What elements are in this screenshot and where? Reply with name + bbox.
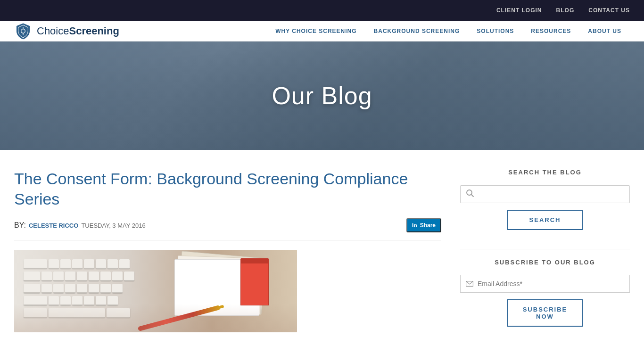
- logo-shield-icon: [14, 22, 32, 40]
- subscribe-heading: SUBSCRIBE TO OUR BLOG: [460, 259, 630, 266]
- key: [107, 296, 118, 305]
- nav-about[interactable]: ABOUT US: [579, 21, 630, 41]
- key: [124, 272, 134, 281]
- key: [24, 272, 40, 281]
- key: [100, 284, 111, 293]
- main-content: The Consent Form: Background Screening C…: [14, 169, 441, 346]
- pen-image: [138, 305, 221, 331]
- linkedin-icon: in: [412, 222, 417, 229]
- linkedin-share-button[interactable]: in Share: [406, 218, 441, 232]
- article-divider: [14, 240, 441, 240]
- key: [96, 296, 106, 305]
- search-box: [460, 185, 630, 203]
- key: [112, 272, 123, 281]
- key: [53, 284, 64, 293]
- key: [60, 259, 71, 269]
- article-date: TUESDAY, 3 MAY 2016: [81, 222, 145, 229]
- key: [84, 296, 94, 305]
- key: [53, 272, 64, 281]
- key: [107, 259, 118, 269]
- keyboard-row-1: [24, 259, 130, 269]
- nav-resources[interactable]: RESOURCES: [522, 21, 579, 41]
- key: [100, 272, 111, 281]
- email-icon: [466, 280, 473, 288]
- content-wrapper: The Consent Form: Background Screening C…: [0, 150, 644, 362]
- key: [77, 284, 87, 293]
- search-heading: SEARCH THE BLOG: [460, 169, 630, 176]
- key: [49, 259, 59, 269]
- key: [60, 296, 71, 305]
- key: [65, 272, 75, 281]
- subscribe-button[interactable]: SUBSCRIBE NOW: [507, 299, 583, 327]
- key: [41, 284, 52, 293]
- svg-line-4: [471, 195, 473, 197]
- hero-banner: Our Blog: [0, 41, 644, 150]
- email-input[interactable]: [460, 275, 630, 293]
- meta-left: BY: CELESTE RICCO TUESDAY, 3 MAY 2016: [14, 221, 146, 230]
- nav-background[interactable]: BACKGROUND SCREENING: [365, 21, 469, 41]
- article-author: CELESTE RICCO: [29, 222, 78, 229]
- keyboard-row-4: [24, 296, 118, 305]
- nav-why[interactable]: WHY CHOICE SCREENING: [267, 21, 365, 41]
- key-space: [49, 308, 105, 318]
- hero-title: Our Blog: [272, 82, 372, 110]
- key: [77, 272, 87, 281]
- key: [89, 272, 99, 281]
- key: [107, 308, 130, 318]
- subscribe-section: SUBSCRIBE TO OUR BLOG SUBSCRIBE NOW: [460, 259, 630, 327]
- key: [41, 272, 52, 281]
- keyboard-row-3: [24, 284, 123, 293]
- logo-text: ChoiceScreening: [37, 25, 119, 37]
- search-section: SEARCH THE BLOG SEARCH: [460, 169, 630, 230]
- key: [84, 259, 94, 269]
- sidebar: SEARCH THE BLOG SEARCH SUBSCRIBE TO OUR …: [460, 169, 630, 346]
- key: [24, 296, 47, 305]
- key: [72, 296, 83, 305]
- papers-image: [174, 255, 269, 316]
- by-label: BY:: [14, 221, 26, 230]
- search-icon: [466, 189, 474, 199]
- email-input-wrap: [460, 275, 630, 293]
- nav-links: WHY CHOICE SCREENING BACKGROUND SCREENIN…: [267, 21, 630, 41]
- main-nav: ChoiceScreening WHY CHOICE SCREENING BAC…: [0, 21, 644, 41]
- key: [72, 259, 83, 269]
- nav-solutions[interactable]: SOLUTIONS: [468, 21, 522, 41]
- contact-us-link[interactable]: CONTACT US: [588, 7, 630, 14]
- key: [24, 308, 47, 318]
- keyboard-row-2: [24, 272, 134, 281]
- sidebar-divider-1: [460, 249, 630, 249]
- article-title: The Consent Form: Background Screening C…: [14, 169, 441, 209]
- key: [119, 259, 130, 269]
- top-bar: CLIENT LOGIN BLOG CONTACT US: [0, 0, 644, 21]
- article-image: [14, 250, 297, 332]
- share-area: in Share: [406, 218, 441, 232]
- client-login-link[interactable]: CLIENT LOGIN: [496, 7, 542, 14]
- share-label: Share: [420, 222, 436, 229]
- keyboard-row-5: [24, 308, 130, 318]
- key: [24, 259, 47, 269]
- blog-link[interactable]: BLOG: [556, 7, 575, 14]
- key: [112, 284, 123, 293]
- search-button[interactable]: SEARCH: [507, 210, 583, 230]
- key: [89, 284, 99, 293]
- article-meta: BY: CELESTE RICCO TUESDAY, 3 MAY 2016 in…: [14, 218, 441, 232]
- key: [96, 259, 106, 269]
- key: [24, 284, 40, 293]
- logo[interactable]: ChoiceScreening: [14, 22, 119, 40]
- search-input[interactable]: [460, 185, 630, 203]
- key: [65, 284, 75, 293]
- folder: [240, 263, 269, 305]
- key: [49, 296, 59, 305]
